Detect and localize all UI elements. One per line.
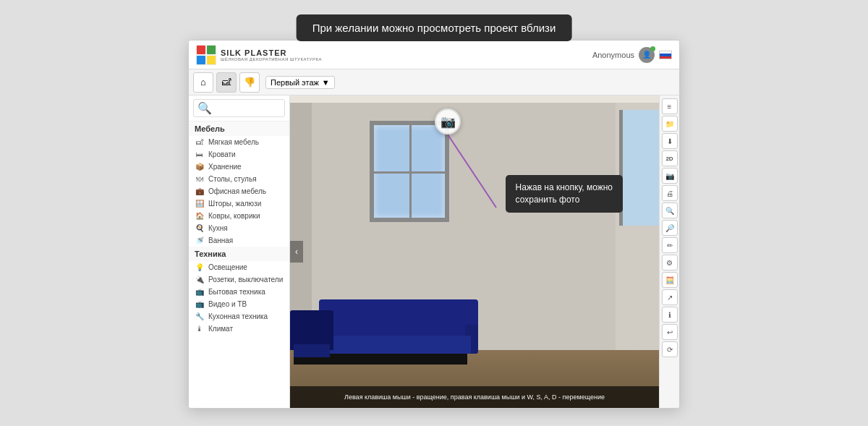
outer-container: При желании можно просмотреть проект вбл… <box>0 0 868 426</box>
appliances-label: Бытовая техника <box>208 288 265 296</box>
nav-left-button[interactable]: ‹ <box>290 241 303 263</box>
sofa-legs <box>330 354 467 365</box>
menu-item-climate[interactable]: 🌡 Климат <box>189 323 289 335</box>
beds-icon: 🛏 <box>195 150 205 158</box>
appliances-icon: 📺 <box>195 288 205 296</box>
armchair-seat <box>294 344 330 357</box>
curtains-label: Шторы, жалюзи <box>208 200 261 208</box>
viewport-3d[interactable]: 📷 Нажав на кнопку, можно сохранить фото … <box>290 95 659 408</box>
main-toolbar: ⌂ 🛋 👎 Первый этаж ▼ <box>189 69 679 95</box>
username-label: Anonymous <box>592 51 634 59</box>
rt-settings-button[interactable]: ⚙ <box>662 255 678 270</box>
tv-label: Видео и ТВ <box>208 300 247 308</box>
menu-item-soft-furniture[interactable]: 🛋 Мягкая мебель <box>189 136 289 148</box>
category-furniture-header: Мебель <box>189 122 289 136</box>
menu-item-lighting[interactable]: 💡 Освещение <box>189 261 289 273</box>
furniture-button[interactable]: 🛋 <box>216 72 237 93</box>
kitchen-tech-icon: 🔧 <box>195 312 205 320</box>
storage-label: Хранение <box>208 163 242 171</box>
kitchen-label: Кухня <box>208 224 228 232</box>
storage-icon: 📦 <box>195 163 205 171</box>
menu-item-sockets[interactable]: 🔌 Розетки, выключатели <box>189 273 289 286</box>
logo-icon <box>196 45 216 65</box>
menu-item-tables[interactable]: 🍽 Столы, стулья <box>189 173 289 185</box>
tables-icon: 🍽 <box>195 175 205 183</box>
bathroom-icon: 🚿 <box>195 237 205 244</box>
menu-item-kitchen[interactable]: 🍳 Кухня <box>189 222 289 234</box>
menu-item-bathroom[interactable]: 🚿 Ванная <box>189 234 289 247</box>
svg-rect-3 <box>197 56 205 64</box>
rt-download-button[interactable]: ⬇ <box>662 133 678 149</box>
rt-zoom-out-button[interactable]: 🔎 <box>662 220 678 236</box>
app-window: SILK PLASTER ШЁЛКОВАЯ ДЕКОРАТИВНАЯ ШТУКА… <box>188 40 680 409</box>
sockets-label: Розетки, выключатели <box>208 276 283 284</box>
top-tooltip: При желании можно просмотреть проект вбл… <box>297 14 572 41</box>
lighting-label: Освещение <box>208 263 247 271</box>
status-bar-text: Левая клавиша мыши - вращение, правая кл… <box>344 393 605 401</box>
search-box: 🔍 <box>189 95 289 122</box>
thumbsdown-button[interactable]: 👎 <box>239 72 260 93</box>
soft-furniture-label: Мягкая мебель <box>208 138 259 146</box>
left-sidebar: 🔍 Мебель 🛋 Мягкая мебель 🛏 Кровати 📦 Хра… <box>189 95 290 408</box>
menu-item-curtains[interactable]: 🪟 Шторы, жалюзи <box>189 197 289 210</box>
camera-button[interactable]: 📷 <box>435 108 461 135</box>
online-dot <box>650 46 655 51</box>
kitchen-icon: 🍳 <box>195 224 205 232</box>
svg-rect-4 <box>207 56 216 64</box>
rt-menu-button[interactable]: ≡ <box>662 98 678 114</box>
rt-print-button[interactable]: 🖨 <box>662 185 678 201</box>
floor-select-arrow: ▼ <box>322 78 330 87</box>
svg-rect-1 <box>197 46 205 54</box>
armchair <box>290 307 333 365</box>
search-wrap[interactable]: 🔍 <box>193 99 285 117</box>
right-window <box>619 110 659 226</box>
curtains-icon: 🪟 <box>195 200 205 208</box>
rt-info-button[interactable]: ℹ <box>662 307 678 323</box>
status-bar: Левая клавиша мыши - вращение, правая кл… <box>290 386 659 408</box>
tables-label: Столы, стулья <box>208 175 257 183</box>
viewport-tooltip-line1: Нажав на кнопку, можно <box>516 182 613 192</box>
menu-item-storage[interactable]: 📦 Хранение <box>189 161 289 173</box>
rt-share-button[interactable]: ↗ <box>662 289 678 305</box>
sofa <box>319 299 478 365</box>
logo-area: SILK PLASTER ШЁЛКОВАЯ ДЕКОРАТИВНАЯ ШТУКА… <box>196 45 322 65</box>
svg-rect-2 <box>207 46 216 54</box>
right-toolbar: ≡ 📁 ⬇ 2D 📷 🖨 🔍 🔎 ✏ ⚙ 🧮 ↗ ℹ ↩ ⟳ <box>659 95 679 408</box>
flag-icon[interactable] <box>659 51 672 59</box>
home-button[interactable]: ⌂ <box>193 72 213 93</box>
sockets-icon: 🔌 <box>195 276 205 284</box>
viewport-tooltip-line2: сохранить фото <box>516 195 580 205</box>
menu-item-tv[interactable]: 📺 Видео и ТВ <box>189 298 289 310</box>
rt-folder-button[interactable]: 📁 <box>662 116 678 132</box>
rt-camera-button[interactable]: 📷 <box>662 168 678 184</box>
rugs-icon: 🏠 <box>195 212 205 220</box>
main-area: 🔍 Мебель 🛋 Мягкая мебель 🛏 Кровати 📦 Хра… <box>189 95 679 408</box>
menu-item-kitchen-tech[interactable]: 🔧 Кухонная техника <box>189 310 289 323</box>
rt-undo-button[interactable]: ↩ <box>662 324 678 340</box>
sofa-seat <box>326 336 471 354</box>
logo-title: SILK PLASTER <box>221 48 322 57</box>
rt-2d-button[interactable]: 2D <box>662 150 678 166</box>
menu-item-beds[interactable]: 🛏 Кровати <box>189 148 289 161</box>
floor-select[interactable]: Первый этаж ▼ <box>265 76 335 89</box>
rt-edit-button[interactable]: ✏ <box>662 237 678 253</box>
rugs-label: Ковры, коврики <box>208 212 260 220</box>
office-icon: 💼 <box>195 187 205 195</box>
logo-subtitle: ШЁЛКОВАЯ ДЕКОРАТИВНАЯ ШТУКАТУРКА <box>221 57 322 61</box>
category-tech-header: Техника <box>189 247 289 261</box>
beds-label: Кровати <box>208 150 236 158</box>
viewport-tooltip: Нажав на кнопку, можно сохранить фото <box>506 175 623 213</box>
search-input[interactable] <box>214 104 281 112</box>
menu-item-rugs[interactable]: 🏠 Ковры, коврики <box>189 210 289 222</box>
rt-zoom-in-button[interactable]: 🔍 <box>662 203 678 218</box>
menu-item-office[interactable]: 💼 Офисная мебель <box>189 185 289 197</box>
logo-text: SILK PLASTER ШЁЛКОВАЯ ДЕКОРАТИВНАЯ ШТУКА… <box>221 48 322 61</box>
climate-icon: 🌡 <box>195 325 205 333</box>
climate-label: Климат <box>208 325 233 333</box>
window-frame <box>370 121 449 222</box>
avatar[interactable]: 👤 <box>639 47 655 63</box>
menu-item-appliances[interactable]: 📺 Бытовая техника <box>189 286 289 298</box>
bathroom-label: Ванная <box>208 237 233 244</box>
rt-redo-button[interactable]: ⟳ <box>662 341 678 357</box>
rt-calc-button[interactable]: 🧮 <box>662 272 678 288</box>
